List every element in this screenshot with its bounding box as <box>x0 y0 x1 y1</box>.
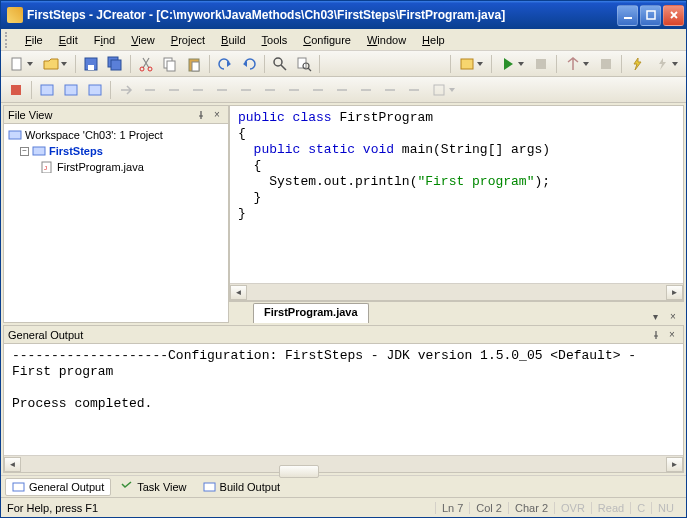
svg-text:J: J <box>44 165 47 171</box>
main-window: FirstSteps - JCreator - [C:\mywork\JavaM… <box>0 0 687 518</box>
svg-rect-29 <box>204 483 215 491</box>
step-7-button[interactable] <box>259 79 281 101</box>
workspace-icon <box>8 129 22 141</box>
step-4-button[interactable] <box>187 79 209 101</box>
toolbar-main <box>1 51 686 77</box>
out-scroll-right-icon[interactable]: ► <box>666 457 683 472</box>
output-text[interactable]: --------------------Configuration: First… <box>4 344 683 455</box>
scroll-left-icon[interactable]: ◄ <box>230 285 247 300</box>
svg-point-8 <box>148 67 152 71</box>
file-view-pane: File View × Workspace 'Ch03': 1 Project … <box>3 105 229 323</box>
collapse-icon[interactable]: − <box>20 147 29 156</box>
find-button[interactable] <box>269 53 291 75</box>
tool-1-button[interactable] <box>561 53 593 75</box>
menu-tools[interactable]: Tools <box>254 31 296 49</box>
tree-workspace[interactable]: Workspace 'Ch03': 1 Project <box>6 127 226 143</box>
bolt-2-button[interactable] <box>650 53 682 75</box>
step-2-button[interactable] <box>139 79 161 101</box>
menu-build[interactable]: Build <box>213 31 253 49</box>
run-button[interactable] <box>496 53 528 75</box>
tab-build-output[interactable]: Build Output <box>196 478 288 496</box>
debug-btn-2[interactable] <box>60 79 82 101</box>
svg-rect-2 <box>12 58 21 70</box>
file-view-title: File View <box>8 109 52 121</box>
stop-button[interactable] <box>530 53 552 75</box>
close-button[interactable] <box>663 5 684 26</box>
bolt-button[interactable] <box>626 53 648 75</box>
editor-tab-active[interactable]: FirstProgram.java <box>253 303 369 323</box>
editor-hscroll[interactable]: ◄ ► <box>230 283 683 300</box>
status-cap: C <box>630 502 651 514</box>
tab-close-icon[interactable]: × <box>666 309 680 323</box>
minimize-button[interactable] <box>617 5 638 26</box>
build-icon <box>203 481 217 493</box>
output-pin-icon[interactable] <box>649 328 663 342</box>
file-tree[interactable]: Workspace 'Ch03': 1 Project − FirstSteps… <box>4 124 228 322</box>
menu-project[interactable]: Project <box>163 31 213 49</box>
svg-rect-10 <box>167 61 175 71</box>
svg-rect-23 <box>434 85 444 95</box>
output-title: General Output <box>8 329 83 341</box>
step-11-button[interactable] <box>355 79 377 101</box>
step-3-button[interactable] <box>163 79 185 101</box>
grip-icon[interactable] <box>5 32 11 48</box>
file-view-header: File View × <box>4 106 228 124</box>
tab-task-view[interactable]: Task View <box>113 478 193 496</box>
step-12-button[interactable] <box>379 79 401 101</box>
step-9-button[interactable] <box>307 79 329 101</box>
step-13-button[interactable] <box>403 79 425 101</box>
statusbar: For Help, press F1 Ln 7 Col 2 Char 2 OVR… <box>1 497 686 517</box>
paste-button[interactable] <box>183 53 205 75</box>
stop-2-button[interactable] <box>595 53 617 75</box>
tab-general-output[interactable]: General Output <box>5 478 111 496</box>
new-button[interactable] <box>5 53 37 75</box>
menu-edit[interactable]: Edit <box>51 31 86 49</box>
debug-btn-3[interactable] <box>84 79 106 101</box>
save-all-button[interactable] <box>104 53 126 75</box>
close-pane-icon[interactable]: × <box>210 108 224 122</box>
debug-dd-button[interactable] <box>427 79 459 101</box>
save-button[interactable] <box>80 53 102 75</box>
status-read: Read <box>591 502 630 514</box>
scroll-right-icon[interactable]: ► <box>666 285 683 300</box>
bottom-tabs: General Output Task View Build Output <box>1 475 686 497</box>
cut-button[interactable] <box>135 53 157 75</box>
output-header: General Output × <box>4 326 683 344</box>
undo-button[interactable] <box>214 53 236 75</box>
redo-button[interactable] <box>238 53 260 75</box>
step-6-button[interactable] <box>235 79 257 101</box>
code-editor[interactable]: public class FirstProgram { public stati… <box>229 105 684 301</box>
status-ovr: OVR <box>554 502 591 514</box>
output-hscroll[interactable]: ◄ ► <box>4 455 683 472</box>
find-in-files-button[interactable] <box>293 53 315 75</box>
maximize-button[interactable] <box>640 5 661 26</box>
copy-button[interactable] <box>159 53 181 75</box>
menu-configure[interactable]: Configure <box>295 31 359 49</box>
debug-btn-1[interactable] <box>36 79 58 101</box>
svg-rect-25 <box>33 147 45 155</box>
compile-button[interactable] <box>455 53 487 75</box>
code-content[interactable]: public class FirstProgram { public stati… <box>230 106 683 283</box>
debug-stop-button[interactable] <box>5 79 27 101</box>
step-5-button[interactable] <box>211 79 233 101</box>
toolbar-debug <box>1 77 686 103</box>
titlebar[interactable]: FirstSteps - JCreator - [C:\mywork\JavaM… <box>1 1 686 29</box>
tree-file[interactable]: J FirstProgram.java <box>6 159 226 175</box>
menu-file[interactable]: File <box>17 31 51 49</box>
menu-find[interactable]: Find <box>86 31 123 49</box>
svg-rect-16 <box>461 59 473 69</box>
menu-help[interactable]: Help <box>414 31 453 49</box>
step-8-button[interactable] <box>283 79 305 101</box>
svg-rect-21 <box>65 85 77 95</box>
output-close-icon[interactable]: × <box>665 328 679 342</box>
menu-view[interactable]: View <box>123 31 163 49</box>
status-num: NU <box>651 502 680 514</box>
open-button[interactable] <box>39 53 71 75</box>
tab-menu-icon[interactable]: ▾ <box>648 309 662 323</box>
pin-icon[interactable] <box>194 108 208 122</box>
step-1-button[interactable] <box>115 79 137 101</box>
tree-project[interactable]: − FirstSteps <box>6 143 226 159</box>
out-scroll-left-icon[interactable]: ◄ <box>4 457 21 472</box>
menu-window[interactable]: Window <box>359 31 414 49</box>
step-10-button[interactable] <box>331 79 353 101</box>
